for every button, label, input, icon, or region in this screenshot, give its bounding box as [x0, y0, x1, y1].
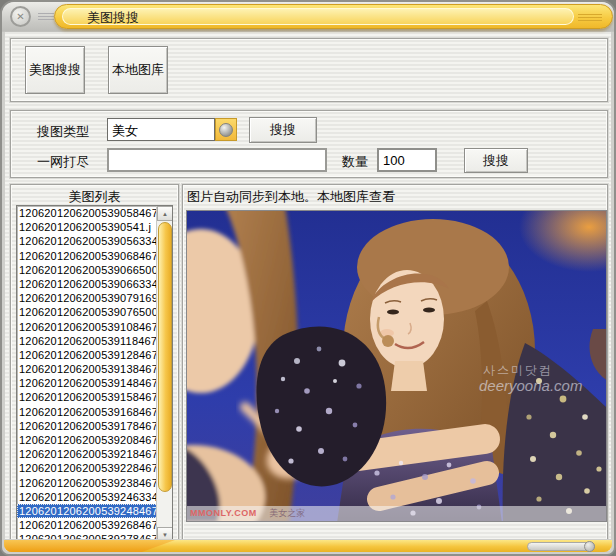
search-type-label: 搜图类型: [37, 123, 89, 141]
list-item[interactable]: 1206201206200539246334: [17, 490, 172, 504]
statusbar-resize-pill[interactable]: [527, 542, 595, 551]
list-item[interactable]: 1206201206200539108467: [17, 320, 172, 334]
list-item[interactable]: 1206201206200539218467: [17, 447, 172, 461]
search-type-value: 美女: [112, 123, 138, 138]
list-item[interactable]: 1206201206200539138467: [17, 362, 172, 376]
scroll-up-button[interactable]: ▲: [157, 206, 173, 221]
list-header: 美图列表: [11, 185, 178, 204]
list-scrollbar[interactable]: ▲ ▼: [156, 206, 172, 542]
list-item[interactable]: 1206201206200539056334: [17, 234, 172, 248]
close-button[interactable]: ✕: [10, 6, 31, 27]
list-item[interactable]: 12062012062005390541.j: [17, 220, 172, 234]
titlebar-pill-grip-icon: [578, 14, 602, 22]
list-item[interactable]: 1206201206200539079169: [17, 291, 172, 305]
list-item[interactable]: 1206201206200539268467: [17, 518, 172, 532]
dropdown-sphere-icon: [219, 123, 233, 137]
titlebar: ✕ 美图搜搜: [2, 2, 614, 32]
scroll-down-icon: ▼: [162, 532, 168, 538]
list-item[interactable]: 1206201206200539128467: [17, 348, 172, 362]
sync-status-text: 图片自动同步到本地。本地图库查看: [183, 185, 607, 207]
statusbar-progress-segment: [4, 540, 175, 552]
tab-local-gallery[interactable]: 本地图库: [108, 46, 168, 94]
list-item[interactable]: 1206201206200539148467: [17, 376, 172, 390]
preview-photo: 사스미닷컴 deeryoona.com MMONLY.COM 美女之家: [186, 210, 607, 522]
app-window: ✕ 美图搜搜 美图搜搜 本地图库 搜图类型 美女 搜搜 一网打尽 数量 搜搜 美…: [0, 0, 616, 556]
list-item[interactable]: 1206201206200539058467: [17, 206, 172, 220]
list-panel: 美图列表 12062012062005390584671206201206200…: [10, 184, 179, 547]
search-type-combobox[interactable]: 美女: [107, 118, 215, 141]
batch-label: 一网打尽: [37, 153, 89, 171]
window-title: 美图搜搜: [87, 9, 139, 27]
scroll-up-icon: ▲: [162, 211, 168, 217]
combobox-dropdown-button[interactable]: [215, 118, 237, 141]
quantity-label: 数量: [342, 153, 368, 171]
watermark-mmonly: MMONLY.COM: [190, 508, 257, 518]
list-item[interactable]: 1206201206200539076500: [17, 305, 172, 319]
list-item[interactable]: 1206201206200539168467: [17, 405, 172, 419]
list-item[interactable]: 1206201206200539118467: [17, 334, 172, 348]
statusbar-ball-icon: [584, 541, 595, 552]
search-batch-button[interactable]: 搜搜: [464, 148, 528, 173]
preview-panel: 图片自动同步到本地。本地图库查看: [182, 184, 608, 547]
image-list[interactable]: 1206201206200539058467120620120620053905…: [16, 205, 173, 543]
list-item[interactable]: 1206201206200539178467: [17, 419, 172, 433]
list-items-container: 1206201206200539058467120620120620053905…: [17, 206, 172, 543]
titlebar-pill[interactable]: 美图搜搜: [54, 4, 613, 29]
list-item[interactable]: 1206201206200539066334: [17, 277, 172, 291]
batch-input[interactable]: [107, 148, 327, 172]
list-item[interactable]: 1206201206200539238467: [17, 476, 172, 490]
titlebar-grip: [38, 13, 54, 21]
watermark-strip: MMONLY.COM 美女之家: [187, 506, 606, 521]
watermark-site: deeryoona.com: [479, 377, 582, 394]
nav-groupbox: 美图搜搜 本地图库: [10, 38, 608, 102]
search-groupbox: 搜图类型 美女 搜搜 一网打尽 数量 搜搜: [10, 110, 608, 178]
bottom-statusbar: [4, 539, 612, 552]
list-item[interactable]: 1206201206200539228467: [17, 461, 172, 475]
search-type-button[interactable]: 搜搜: [249, 117, 317, 143]
watermark-chinese: 美女之家: [269, 508, 305, 518]
list-item[interactable]: 1206201206200539248467: [17, 504, 172, 518]
close-icon: ✕: [16, 11, 24, 22]
scrollbar-thumb[interactable]: [158, 222, 172, 492]
tab-meitu-search[interactable]: 美图搜搜: [25, 46, 85, 94]
list-item[interactable]: 1206201206200539068467: [17, 249, 172, 263]
quantity-input[interactable]: [377, 148, 437, 172]
list-item[interactable]: 1206201206200539066500: [17, 263, 172, 277]
list-item[interactable]: 1206201206200539208467: [17, 433, 172, 447]
list-item[interactable]: 1206201206200539158467: [17, 390, 172, 404]
